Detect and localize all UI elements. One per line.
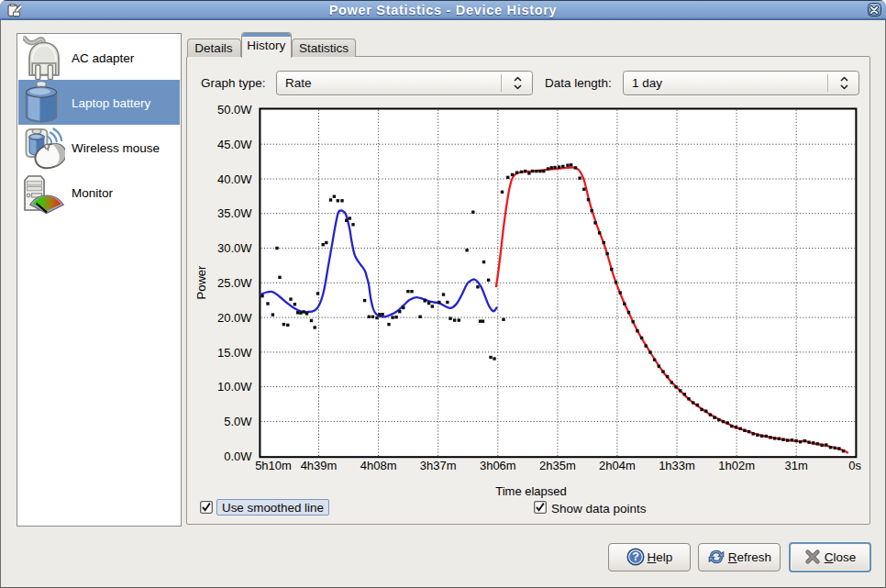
svg-text:2h35m: 2h35m xyxy=(539,459,576,472)
svg-text:25.0W: 25.0W xyxy=(217,276,252,290)
svg-text:40.0W: 40.0W xyxy=(217,172,252,186)
svg-text:4h08m: 4h08m xyxy=(360,459,397,472)
svg-text:45.0W: 45.0W xyxy=(217,138,252,151)
svg-text:?: ? xyxy=(632,550,639,563)
svg-text:Time elapsed: Time elapsed xyxy=(495,484,567,498)
svg-text:1h33m: 1h33m xyxy=(659,459,695,472)
svg-text:3h37m: 3h37m xyxy=(420,459,457,472)
svg-text:0s: 0s xyxy=(848,459,861,472)
svg-text:15.0W: 15.0W xyxy=(217,346,252,360)
svg-text:30.0W: 30.0W xyxy=(217,241,252,255)
svg-text:35.0W: 35.0W xyxy=(217,206,252,220)
svg-text:10.0W: 10.0W xyxy=(217,380,252,394)
svg-text:5h10m: 5h10m xyxy=(255,459,292,472)
svg-text:4h39m: 4h39m xyxy=(301,459,338,472)
svg-text:3h06m: 3h06m xyxy=(480,459,516,472)
svg-text:2h04m: 2h04m xyxy=(599,459,636,472)
svg-text:50.0W: 50.0W xyxy=(217,103,252,116)
svg-text:Power: Power xyxy=(194,265,208,300)
svg-text:31m: 31m xyxy=(785,459,808,472)
svg-text:5.0W: 5.0W xyxy=(224,415,252,428)
svg-text:0.0W: 0.0W xyxy=(224,449,252,463)
svg-text:20.0W: 20.0W xyxy=(217,311,252,325)
svg-text:1h02m: 1h02m xyxy=(718,459,755,472)
